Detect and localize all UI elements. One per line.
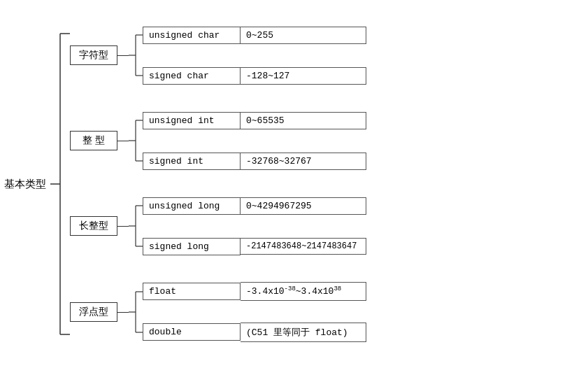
category-int: 整 型 unsigned int 0~65535 signed int -327…: [70, 98, 366, 183]
range-signed-long: -2147483648~2147483647: [241, 238, 366, 255]
type-row-double: double (C51 里等同于 float): [143, 323, 366, 342]
type-rows-float: float -3.4x10-38~3.4x1038 double (C51 里等…: [143, 271, 366, 353]
category-box-float: 浮点型: [70, 302, 117, 322]
inner-bracket-char: [129, 15, 143, 96]
range-unsigned-int: 0~65535: [241, 112, 366, 129]
type-row-signed-int: signed int -32768~32767: [143, 153, 366, 170]
category-float: 浮点型 float -3.4x10-38~3.4x1038 double (C5…: [70, 269, 366, 355]
type-unsigned-char: unsigned char: [143, 27, 241, 44]
outer-bracket-svg: [50, 13, 70, 355]
range-unsigned-long: 0~4294967295: [241, 197, 366, 215]
type-row-unsigned-int: unsigned int 0~65535: [143, 112, 366, 129]
category-long: 长整型 unsigned long 0~4294967295 signed lo…: [70, 183, 366, 269]
type-signed-char: signed char: [143, 67, 241, 85]
type-rows-long: unsigned long 0~4294967295 signed long -…: [143, 185, 366, 267]
type-row-float: float -3.4x10-38~3.4x1038: [143, 282, 366, 300]
type-row-signed-char: signed char -128~127: [143, 67, 366, 85]
category-box-int: 整 型: [70, 131, 117, 150]
range-float: -3.4x10-38~3.4x1038: [241, 282, 366, 300]
range-signed-char: -128~127: [241, 67, 366, 85]
type-double: double: [143, 323, 241, 341]
inner-bracket-long: [129, 185, 143, 267]
type-row-unsigned-long: unsigned long 0~4294967295: [143, 197, 366, 215]
range-double: (C51 里等同于 float): [241, 323, 366, 342]
range-signed-int: -32768~32767: [241, 153, 366, 170]
type-signed-int: signed int: [143, 153, 241, 170]
inner-bracket-int: [129, 100, 143, 181]
type-rows-int: unsigned int 0~65535 signed int -32768~3…: [143, 100, 366, 181]
category-box-long: 长整型: [70, 216, 117, 236]
type-unsigned-int: unsigned int: [143, 112, 241, 129]
type-row-unsigned-char: unsigned char 0~255: [143, 27, 366, 44]
type-float: float: [143, 283, 241, 300]
category-char: 字符型 unsigned char 0~255 signed char -128…: [70, 13, 366, 98]
inner-bracket-float: [129, 271, 143, 353]
root-label: 基本类型: [0, 178, 50, 191]
categories-container: 字符型 unsigned char 0~255 signed char -128…: [70, 13, 366, 355]
range-unsigned-char: 0~255: [241, 27, 366, 44]
diagram: 基本类型 字符型 unsigned char: [0, 0, 588, 368]
type-unsigned-long: unsigned long: [143, 197, 241, 215]
type-signed-long: signed long: [143, 238, 241, 255]
type-row-signed-long: signed long -2147483648~2147483647: [143, 238, 366, 255]
type-rows-char: unsigned char 0~255 signed char -128~127: [143, 15, 366, 96]
category-box-char: 字符型: [70, 45, 117, 65]
